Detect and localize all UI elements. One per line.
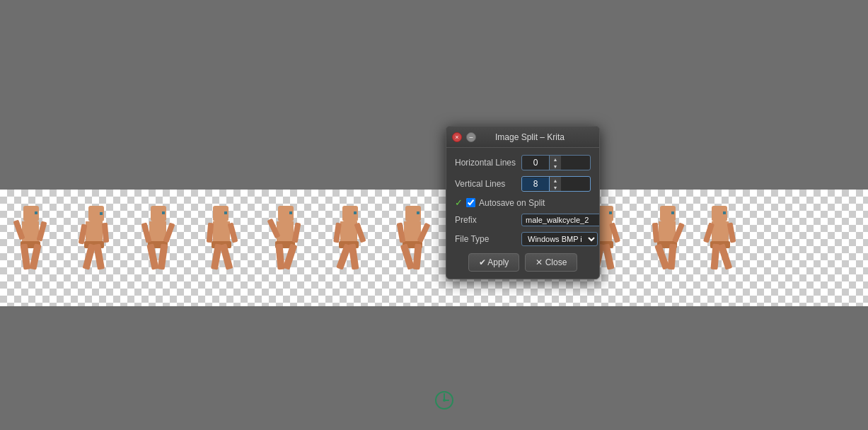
- horizontal-lines-up[interactable]: ▲: [550, 156, 561, 163]
- loading-cursor: [434, 390, 454, 410]
- sprite-frame-12: [700, 199, 743, 298]
- dialog-buttons: ✔ Apply ✕ Close: [455, 253, 591, 272]
- horizontal-lines-input[interactable]: [522, 156, 549, 169]
- vertical-lines-row: Vertical Lines ▲ ▼: [455, 176, 591, 192]
- vertical-lines-label: Vertical Lines: [455, 179, 519, 189]
- autosave-checkbox[interactable]: [466, 198, 475, 207]
- close-button[interactable]: ✕ Close: [525, 253, 577, 272]
- dialog-body: Horizontal Lines ▲ ▼ Vertical Lines ▲ ▼: [446, 148, 599, 279]
- dialog-title: Image Split – Krita: [480, 132, 579, 142]
- prefix-label: Prefix: [455, 215, 519, 225]
- horizontal-lines-arrows: ▲ ▼: [549, 156, 561, 170]
- prefix-input[interactable]: [521, 214, 600, 226]
- sprite-frame-2: [64, 199, 127, 298]
- sprite-frame-11: [637, 199, 700, 298]
- horizontal-lines-row: Horizontal Lines ▲ ▼: [455, 155, 591, 170]
- sprite-frame-4: [191, 199, 255, 298]
- dialog-close-button[interactable]: ×: [452, 132, 462, 142]
- autosave-label: Autosave on Split: [479, 198, 545, 208]
- vertical-lines-down[interactable]: ▼: [550, 184, 561, 191]
- sprite-frame-7: [382, 199, 446, 298]
- filetype-label: File Type: [455, 234, 519, 244]
- sprite-frame-1: [0, 199, 64, 298]
- filetype-select[interactable]: Windows BMP i PNG JPEG: [521, 232, 598, 246]
- filetype-row: File Type Windows BMP i PNG JPEG: [455, 232, 591, 246]
- vertical-lines-input[interactable]: [522, 178, 549, 190]
- prefix-row: Prefix: [455, 214, 591, 226]
- checkmark-icon: ✓: [455, 197, 463, 208]
- svg-point-3: [443, 399, 446, 402]
- vertical-lines-up[interactable]: ▲: [550, 177, 561, 184]
- apply-button[interactable]: ✔ Apply: [468, 253, 520, 272]
- image-split-dialog: × – Image Split – Krita Horizontal Lines…: [446, 126, 600, 279]
- sprite-frame-3: [127, 199, 191, 298]
- horizontal-lines-spinbox[interactable]: ▲ ▼: [521, 155, 591, 170]
- dialog-titlebar: × – Image Split – Krita: [446, 127, 599, 148]
- autosave-row: ✓ Autosave on Split: [455, 197, 591, 208]
- close-x-icon: ×: [455, 134, 458, 141]
- horizontal-lines-down[interactable]: ▼: [550, 163, 561, 170]
- horizontal-lines-label: Horizontal Lines: [455, 158, 519, 168]
- sprite-strip: [0, 190, 868, 306]
- sprite-frame-5: [255, 199, 318, 298]
- dialog-minimize-button[interactable]: –: [466, 132, 476, 142]
- sprite-frame-6: [318, 199, 382, 298]
- minimize-icon: –: [469, 134, 473, 141]
- vertical-lines-arrows: ▲ ▼: [549, 177, 561, 191]
- vertical-lines-spinbox[interactable]: ▲ ▼: [521, 176, 591, 192]
